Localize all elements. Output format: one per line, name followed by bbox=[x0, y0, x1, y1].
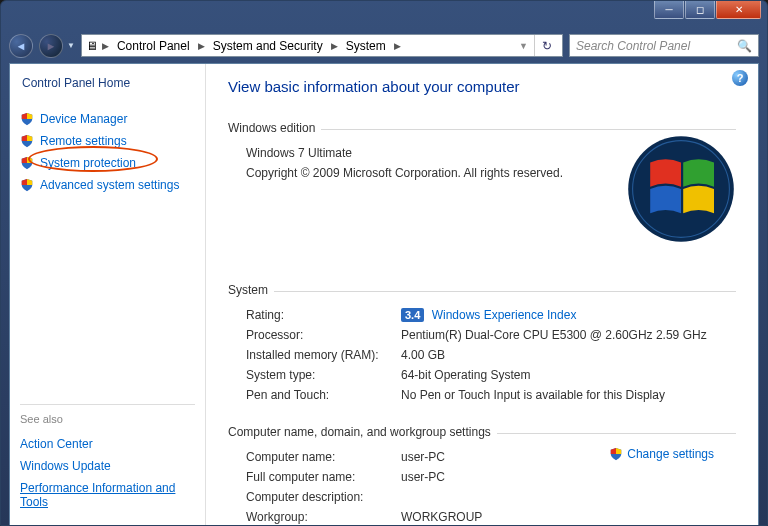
row-value: Pentium(R) Dual-Core CPU E5300 @ 2.60GHz… bbox=[401, 328, 736, 342]
history-dropdown-icon[interactable]: ▼ bbox=[67, 41, 75, 50]
row-value: 64-bit Operating System bbox=[401, 368, 736, 382]
explorer-window: ─ ◻ ✕ ◄ ► ▼ 🖥 ▶ Control Panel ▶ System a… bbox=[0, 0, 768, 526]
minimize-button[interactable]: ─ bbox=[654, 1, 684, 19]
search-input[interactable]: Search Control Panel 🔍 bbox=[569, 34, 759, 57]
maximize-button[interactable]: ◻ bbox=[685, 1, 715, 19]
rating-label: Rating: bbox=[246, 308, 401, 322]
row-key: Full computer name: bbox=[246, 470, 401, 484]
sidebar-link-label: Advanced system settings bbox=[40, 178, 179, 192]
forward-button[interactable]: ► bbox=[39, 34, 63, 58]
row-key: Installed memory (RAM): bbox=[246, 348, 401, 362]
computer-icon: 🖥 bbox=[86, 39, 98, 53]
windows-logo bbox=[626, 134, 736, 247]
row-key: System type: bbox=[246, 368, 401, 382]
shield-icon bbox=[609, 447, 623, 461]
close-button[interactable]: ✕ bbox=[716, 1, 761, 19]
shield-icon bbox=[20, 112, 34, 126]
sidebar: Control Panel Home Device Manager Remote… bbox=[10, 64, 205, 525]
row-key: Computer description: bbox=[246, 490, 401, 504]
row-key: Workgroup: bbox=[246, 510, 401, 524]
row-key: Processor: bbox=[246, 328, 401, 342]
content-pane: ? View basic information about your comp… bbox=[205, 64, 758, 525]
row-value: 4.00 GB bbox=[401, 348, 736, 362]
control-panel-home-link[interactable]: Control Panel Home bbox=[20, 76, 195, 90]
see-also-action-center[interactable]: Action Center bbox=[20, 433, 195, 455]
breadcrumb-item[interactable]: System bbox=[342, 37, 390, 55]
change-settings-link[interactable]: Change settings bbox=[627, 447, 714, 461]
shield-icon bbox=[20, 178, 34, 192]
chevron-right-icon[interactable]: ▶ bbox=[196, 41, 207, 51]
sidebar-link-device-manager[interactable]: Device Manager bbox=[20, 108, 195, 130]
page-title: View basic information about your comput… bbox=[228, 78, 736, 95]
address-bar[interactable]: 🖥 ▶ Control Panel ▶ System and Security … bbox=[81, 34, 563, 57]
back-button[interactable]: ◄ bbox=[9, 34, 33, 58]
chevron-right-icon[interactable]: ▶ bbox=[329, 41, 340, 51]
experience-index-link[interactable]: Windows Experience Index bbox=[432, 308, 577, 322]
section-heading-edition: Windows edition bbox=[228, 121, 315, 135]
row-key: Computer name: bbox=[246, 450, 401, 464]
search-icon: 🔍 bbox=[737, 39, 752, 53]
row-value bbox=[401, 490, 736, 504]
breadcrumb-item[interactable]: Control Panel bbox=[113, 37, 194, 55]
see-also-section: See also Action Center Windows Update Pe… bbox=[20, 404, 195, 513]
shield-icon bbox=[20, 156, 34, 170]
sidebar-link-system-protection[interactable]: System protection bbox=[20, 152, 195, 174]
rating-badge: 3.4 bbox=[401, 308, 424, 322]
refresh-button[interactable]: ↻ bbox=[534, 35, 558, 56]
see-also-performance-info[interactable]: Performance Information and Tools bbox=[20, 477, 195, 513]
row-value: user-PC bbox=[401, 470, 736, 484]
row-value: WORKGROUP bbox=[401, 510, 736, 524]
titlebar[interactable]: ─ ◻ ✕ bbox=[1, 1, 767, 29]
shield-icon bbox=[20, 134, 34, 148]
see-also-windows-update[interactable]: Windows Update bbox=[20, 455, 195, 477]
chevron-right-icon[interactable]: ▶ bbox=[100, 41, 111, 51]
breadcrumb-item[interactable]: System and Security bbox=[209, 37, 327, 55]
search-placeholder: Search Control Panel bbox=[576, 39, 690, 53]
section-heading-domain: Computer name, domain, and workgroup set… bbox=[228, 425, 491, 439]
help-icon[interactable]: ? bbox=[732, 70, 748, 86]
row-value: No Pen or Touch Input is available for t… bbox=[401, 388, 736, 402]
sidebar-link-remote-settings[interactable]: Remote settings bbox=[20, 130, 195, 152]
sidebar-link-label: System protection bbox=[40, 156, 136, 170]
navigation-bar: ◄ ► ▼ 🖥 ▶ Control Panel ▶ System and Sec… bbox=[9, 29, 759, 62]
sidebar-link-label: Device Manager bbox=[40, 112, 127, 126]
sidebar-link-advanced-system-settings[interactable]: Advanced system settings bbox=[20, 174, 195, 196]
see-also-heading: See also bbox=[20, 413, 195, 425]
sidebar-link-label: Remote settings bbox=[40, 134, 127, 148]
body: Control Panel Home Device Manager Remote… bbox=[9, 63, 759, 525]
address-dropdown-icon[interactable]: ▼ bbox=[515, 41, 532, 51]
chevron-right-icon[interactable]: ▶ bbox=[392, 41, 403, 51]
row-key: Pen and Touch: bbox=[246, 388, 401, 402]
section-heading-system: System bbox=[228, 283, 268, 297]
